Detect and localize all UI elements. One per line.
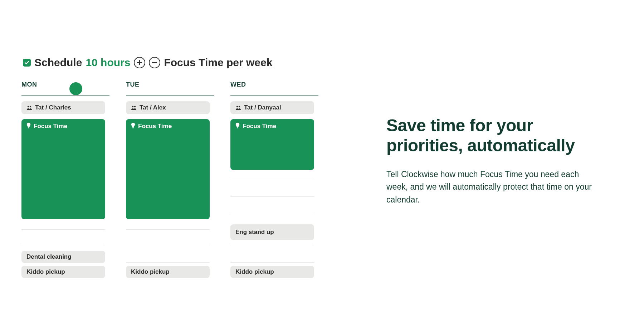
event-label: Focus Time <box>34 123 67 130</box>
day-column-tue: TUE Tat / Alex Focus Time <box>126 81 214 309</box>
event-label: Kiddo pickup <box>26 268 65 275</box>
event-label: Focus Time <box>138 123 172 130</box>
calendar-event-focus[interactable]: Focus Time <box>230 119 314 170</box>
checkbox-enabled[interactable] <box>23 59 31 67</box>
plus-icon[interactable] <box>134 57 145 68</box>
people-icon <box>26 105 32 110</box>
people-icon <box>235 105 241 110</box>
svg-rect-2 <box>28 127 29 128</box>
event-label: Eng stand up <box>235 229 274 236</box>
calendar-event-focus[interactable]: Focus Time <box>21 119 105 219</box>
calendar-event[interactable]: Kiddo pickup <box>126 266 210 278</box>
event-label: Focus Time <box>243 123 276 130</box>
hours-value: 10 hours <box>86 57 130 69</box>
focus-icon <box>26 123 31 128</box>
calendar-event[interactable]: Kiddo pickup <box>230 266 314 278</box>
minus-icon[interactable] <box>149 57 160 68</box>
focus-icon <box>235 123 240 128</box>
event-label: Tat / Danyaal <box>244 104 281 111</box>
day-column-wed: WED Tat / Danyaal Focus Time <box>230 81 318 309</box>
event-label: Kiddo pickup <box>235 268 274 275</box>
calendar: MON Tat / Charles Focus Time <box>21 81 343 309</box>
svg-rect-5 <box>132 127 134 128</box>
focus-time-control: Schedule 10 hours Focus Time per week <box>21 57 343 69</box>
svg-point-1 <box>30 106 31 107</box>
section-heading: Save time for your priorities, automatic… <box>386 116 601 155</box>
section-body: Tell Clockwise how much Focus Time you n… <box>386 168 601 206</box>
svg-point-4 <box>134 106 136 107</box>
focus-per-week-label: Focus Time per week <box>164 57 272 69</box>
svg-point-0 <box>28 106 29 107</box>
svg-point-3 <box>132 106 133 107</box>
calendar-event[interactable]: Dental cleaning <box>21 251 105 263</box>
event-label: Tat / Alex <box>140 104 166 111</box>
day-header: TUE <box>126 81 214 96</box>
calendar-event[interactable]: Kiddo pickup <box>21 266 105 278</box>
schedule-label: Schedule <box>34 57 82 69</box>
event-label: Kiddo pickup <box>131 268 170 275</box>
event-label: Tat / Charles <box>35 104 71 111</box>
calendar-event[interactable]: Eng stand up <box>230 224 314 240</box>
calendar-event-meeting[interactable]: Tat / Alex <box>126 101 210 114</box>
svg-point-7 <box>239 106 240 107</box>
svg-point-6 <box>236 106 238 107</box>
day-header: WED <box>230 81 318 96</box>
people-icon <box>131 105 137 110</box>
svg-rect-8 <box>237 127 238 128</box>
calendar-event-meeting[interactable]: Tat / Danyaal <box>230 101 314 114</box>
day-column-mon: MON Tat / Charles Focus Time <box>21 81 109 309</box>
focus-icon <box>131 123 135 128</box>
calendar-event-focus[interactable]: Focus Time <box>126 119 210 219</box>
event-label: Dental cleaning <box>26 253 72 260</box>
calendar-event-meeting[interactable]: Tat / Charles <box>21 101 105 114</box>
day-header: MON <box>21 81 109 96</box>
